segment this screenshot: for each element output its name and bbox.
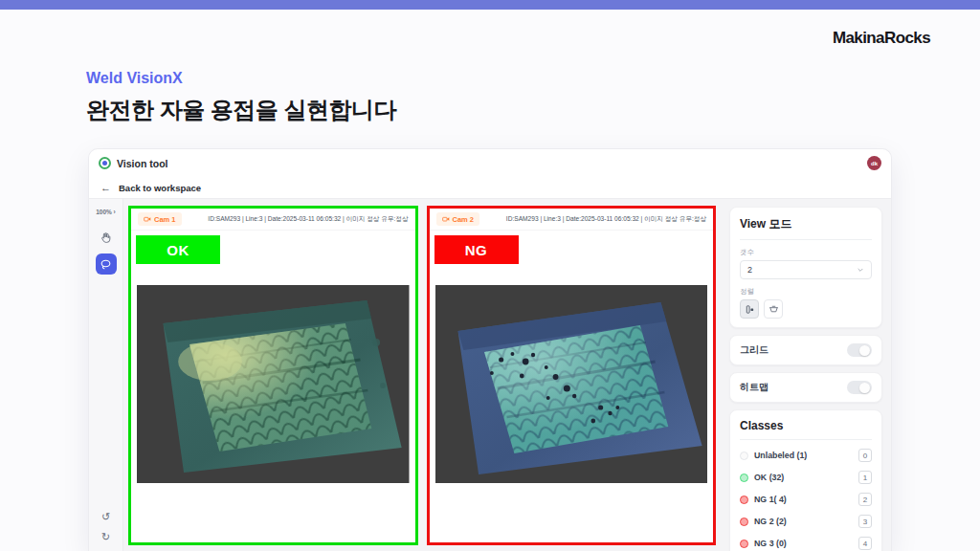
camera-panel-cam2[interactable]: Cam 2 ID:SAM293 | Line:3 | Date:2025-03-…	[427, 206, 717, 545]
sort-field-label: 정렬	[740, 287, 872, 297]
class-label: NG 3 (0)	[754, 539, 787, 548]
product-name: Weld VisionX	[86, 70, 183, 87]
camera-icon	[442, 215, 450, 223]
cam2-header: Cam 2 ID:SAM293 | Line:3 | Date:2025-03-…	[430, 209, 714, 231]
count-select[interactable]: 2	[740, 260, 872, 279]
vision-tool-window: Vision tool dk ← Back to workspace 100% …	[88, 148, 892, 551]
cam1-metadata: ID:SAM293 | Line:3 | Date:2025-03-11 06:…	[208, 215, 408, 224]
user-avatar[interactable]: dk	[867, 156, 881, 170]
cam1-badge: Cam 1	[138, 212, 182, 226]
left-toolbar: 100% › ↺ ↻	[89, 199, 123, 551]
sort-grid-layout-button[interactable]	[764, 299, 783, 319]
lasso-icon	[100, 258, 112, 271]
back-to-workspace-link[interactable]: Back to workspace	[119, 183, 201, 193]
makinarocks-logo: MakinaRocks	[833, 29, 930, 48]
lasso-select-tool-button[interactable]	[96, 253, 117, 275]
class-color-dot	[740, 474, 748, 482]
cam1-label: Cam 1	[154, 215, 176, 224]
back-navigation-bar: ← Back to workspace	[89, 177, 891, 199]
undo-button[interactable]: ↺	[101, 511, 110, 523]
class-label: NG 1( 4)	[754, 495, 787, 504]
cam1-weld-scan-image	[137, 285, 410, 483]
class-label: OK (32)	[754, 473, 784, 482]
heatmap-toggle-card: 히트맵	[729, 372, 882, 403]
class-color-dot	[740, 540, 748, 548]
hand-icon	[100, 231, 112, 244]
camera-panel-cam1[interactable]: Cam 1 ID:SAM293 | Line:3 | Date:2025-03-…	[128, 206, 418, 545]
slide-headline: 완전한 자율 용접을 실현합니다	[86, 95, 396, 125]
class-row-ng2[interactable]: NG 2 (2) 3	[740, 515, 872, 528]
zoom-level-control[interactable]: 100% ›	[96, 209, 116, 215]
class-color-dot	[740, 496, 748, 504]
sort-vertical-layout-button[interactable]	[740, 299, 759, 319]
right-sidebar: View 모드 갯수 2 정렬	[721, 199, 891, 551]
pan-hand-tool-button[interactable]	[96, 227, 117, 248]
app-title: Vision tool	[117, 158, 167, 169]
heatmap-toggle-switch[interactable]	[847, 381, 872, 394]
cam1-header: Cam 1 ID:SAM293 | Line:3 | Date:2025-03-…	[131, 209, 415, 231]
class-label: Unlabeled (1)	[754, 451, 807, 460]
cam2-label: Cam 2	[453, 215, 475, 224]
class-color-dot	[740, 452, 748, 460]
class-shortcut-badge: 4	[858, 537, 872, 550]
grid-layout-icon	[768, 304, 779, 315]
count-select-value: 2	[747, 265, 752, 275]
chevron-down-icon	[857, 266, 864, 274]
view-mode-card: View 모드 갯수 2 정렬	[729, 207, 882, 328]
class-row-ok[interactable]: OK (32) 1	[740, 471, 872, 484]
cam2-weld-scan-image	[435, 285, 708, 483]
classes-card: Classes Unlabeled (1) 0 OK (32) 1 NG 1( …	[729, 409, 882, 551]
view-mode-title: View 모드	[740, 216, 872, 240]
grid-toggle-card: 그리드	[729, 335, 882, 365]
cam1-result-label: OK	[136, 235, 220, 264]
heatmap-toggle-label: 히트맵	[740, 381, 768, 394]
grid-toggle-switch[interactable]	[847, 343, 872, 357]
camera-icon	[144, 215, 151, 223]
cam2-result-label: NG	[434, 235, 519, 264]
cam2-metadata: ID:SAM293 | Line:3 | Date:2025-03-11 06:…	[506, 215, 706, 224]
vertical-layout-icon	[745, 304, 755, 315]
window-header: Vision tool dk	[89, 149, 891, 177]
classes-title: Classes	[740, 419, 872, 440]
count-field-label: 갯수	[740, 248, 872, 257]
class-row-unlabeled[interactable]: Unlabeled (1) 0	[740, 449, 872, 462]
class-shortcut-badge: 1	[858, 471, 872, 484]
class-shortcut-badge: 3	[858, 515, 872, 528]
class-shortcut-badge: 2	[858, 493, 872, 506]
class-row-ng3[interactable]: NG 3 (0) 4	[740, 537, 872, 550]
class-color-dot	[740, 518, 748, 526]
brand-top-bar	[0, 0, 980, 10]
redo-button[interactable]: ↻	[101, 531, 110, 543]
back-arrow-icon[interactable]: ←	[100, 182, 111, 193]
class-label: NG 2 (2)	[754, 517, 787, 526]
class-row-ng1[interactable]: NG 1( 4) 2	[740, 493, 872, 506]
grid-toggle-label: 그리드	[740, 343, 768, 357]
cam2-badge: Cam 2	[436, 212, 480, 226]
class-shortcut-badge: 0	[858, 449, 872, 462]
vision-tool-logo-icon	[99, 157, 111, 169]
